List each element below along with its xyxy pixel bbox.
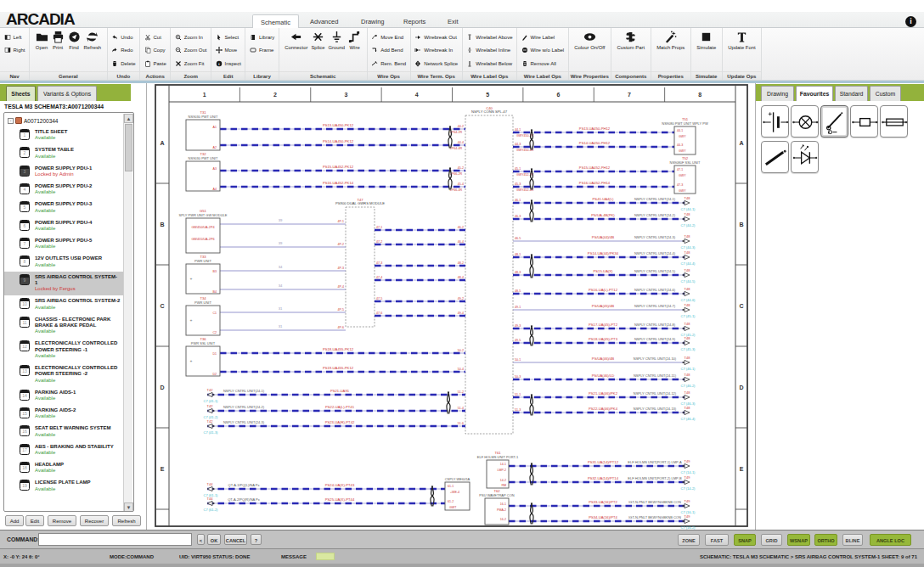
ribbon-button-match-props[interactable]: Match Props: [655, 30, 686, 51]
toggle-ortho[interactable]: ORTHO: [814, 534, 837, 546]
tab-custom[interactable]: Custom: [870, 86, 901, 101]
toggle-bline[interactable]: BLINE: [842, 534, 863, 546]
ribbon-button-refresh[interactable]: Refresh: [82, 30, 104, 51]
symbol-button-battery-symbol[interactable]: [761, 105, 789, 138]
offsheet-arrow-right[interactable]: [685, 200, 690, 205]
sheet-item-12v-outlets-usb-power[interactable]: 812V OUTLETS USB POWERAvailable: [4, 253, 123, 271]
offsheet-arrow-right[interactable]: [685, 291, 690, 295]
sheet-item-srs-airbag-control-system-1[interactable]: 9SRS AIRBAG CONTROL SYSTEM-1Locked by Fe…: [4, 272, 123, 296]
ribbon-button-wirelabel-below[interactable]: Wirelabel Below: [466, 57, 512, 70]
menu-tab-exit[interactable]: Exit: [440, 14, 466, 28]
ribbon-button-wirebreak-in[interactable]: Wirebreak In: [414, 44, 453, 58]
ribbon-button-delete[interactable]: Delete: [111, 57, 135, 70]
offsheet-arrow-right[interactable]: [685, 216, 690, 221]
ribbon-button-rem-bend[interactable]: Rem. Bend: [371, 57, 406, 70]
component-box[interactable]: [186, 218, 220, 253]
menu-tab-reports[interactable]: Reports: [396, 14, 433, 28]
offsheet-arrow-right[interactable]: [685, 340, 690, 345]
sheet-item-headlamp[interactable]: 18HEADLAMPAvailable: [4, 459, 123, 477]
ribbon-button-wire-label[interactable]: Wire Label: [521, 31, 555, 44]
toggle-grid[interactable]: GRID: [761, 534, 782, 546]
ribbon-button-update-font[interactable]: Update Font: [726, 30, 757, 51]
ribbon-button-add-bend[interactable]: Add Bend: [371, 44, 403, 58]
ribbon-button-paste[interactable]: Paste: [144, 57, 166, 70]
offsheet-arrow-left[interactable]: [207, 424, 212, 428]
ribbon-button-left[interactable]: Left: [4, 31, 22, 44]
symbol-button-lamp-symbol[interactable]: [791, 105, 819, 138]
ribbon-button-inspect[interactable]: iInspect: [216, 57, 241, 70]
command-cancel-button[interactable]: CANCEL: [224, 534, 247, 545]
ribbon-button-network-splice[interactable]: Network Splice: [414, 57, 458, 70]
tab-sheets[interactable]: Sheets: [6, 86, 36, 101]
offsheet-arrow-right[interactable]: [685, 360, 690, 364]
symbol-button-resistor-symbol[interactable]: [850, 105, 878, 138]
ribbon-button-wire-w-o-label[interactable]: Wire w/o Label: [521, 44, 565, 58]
ribbon-button-undo[interactable]: Undo: [111, 31, 132, 44]
ribbon-button-zoom-in[interactable]: Zoom In: [175, 31, 203, 44]
dashed-group-box[interactable]: [346, 207, 375, 327]
dashed-group-box[interactable]: [465, 115, 513, 434]
ribbon-button-colour-on-off[interactable]: Colour On/Off: [572, 30, 606, 51]
tree-root[interactable]: - A0071200344: [8, 116, 59, 125]
tree-expander-icon[interactable]: -: [8, 118, 14, 124]
recover-button[interactable]: Recover: [80, 515, 109, 526]
sheet-item-electronically-controlled-power-steering-2[interactable]: 13ELECTRONICALLY CONTROLLED POWER STEERI…: [4, 362, 123, 387]
menu-tab-drawing[interactable]: Drawing: [353, 14, 392, 28]
toggle-angle-loc[interactable]: ANGLE LOC: [870, 534, 911, 546]
offsheet-arrow-right[interactable]: [685, 255, 690, 259]
offsheet-arrow-right[interactable]: [685, 239, 690, 243]
ribbon-button-find[interactable]: Find: [66, 30, 82, 51]
sheet-item-power-supply-pdu-2[interactable]: 4POWER SUPPLY PDU-2Available: [4, 181, 123, 199]
offsheet-arrow-right[interactable]: [685, 272, 690, 277]
sheet-item-parking-aids-1[interactable]: 14PARKING AIDS-1Available: [4, 387, 123, 405]
offsheet-arrow-right[interactable]: [685, 377, 690, 381]
command-ok-button[interactable]: OK: [207, 534, 221, 545]
sheet-item-power-supply-pdu-1[interactable]: 3POWER SUPPLY PDU-1Locked by Admin: [4, 163, 123, 181]
ribbon-button-simulate[interactable]: Simulate: [695, 30, 718, 51]
refresh-button[interactable]: Refresh: [112, 515, 141, 526]
offsheet-arrow-left[interactable]: [207, 392, 212, 396]
ribbon-button-copy[interactable]: Copy: [144, 44, 166, 58]
ribbon-button-ground[interactable]: Ground: [326, 30, 346, 51]
tree-scrollbar[interactable]: ▲ ▼: [123, 114, 132, 512]
ribbon-button-print[interactable]: Print: [50, 30, 66, 51]
offsheet-arrow-right[interactable]: [685, 463, 690, 468]
ribbon-button-move[interactable]: Move: [216, 44, 238, 58]
toggle-fast[interactable]: FAST: [705, 534, 729, 546]
ribbon-button-open[interactable]: Open: [34, 30, 50, 51]
tab-favourites[interactable]: Favourites: [796, 86, 833, 101]
add-button[interactable]: Add: [5, 515, 24, 526]
offsheet-arrow-right[interactable]: [685, 326, 690, 330]
ribbon-button-splice[interactable]: Splice: [309, 30, 326, 51]
ribbon-button-connector[interactable]: Connector: [283, 30, 309, 51]
ribbon-button-frame[interactable]: Frame: [250, 44, 273, 58]
tab-variants-options[interactable]: Variants & Options: [37, 86, 97, 101]
menu-tab-advanced[interactable]: Advanced: [302, 14, 346, 28]
sheet-item-abs-braking-and-stability[interactable]: 17ABS - BRAKING AND STABILITYAvailable: [4, 441, 123, 459]
sheet-item-parking-aids-2[interactable]: 15PARKING AIDS-2Available: [4, 405, 123, 423]
component-box[interactable]: [186, 161, 220, 191]
symbol-button-switch-symbol[interactable]: [820, 105, 848, 138]
command-back-button[interactable]: <: [197, 534, 205, 545]
sheet-item-license-plate-lamp[interactable]: 19LICENSE PLATE LAMPAvailable: [4, 477, 123, 495]
offsheet-arrow-right[interactable]: [685, 519, 690, 523]
sheet-item-power-supply-pdu-5[interactable]: 7POWER SUPPLY PDU-5Available: [4, 235, 123, 253]
symbol-button-fuse-symbol[interactable]: [880, 105, 908, 138]
sheet-item-seat-belt-warning-system[interactable]: 16SEAT BELT WARNING SYSTEMAvailable: [4, 423, 123, 441]
offsheet-arrow-left[interactable]: [207, 501, 212, 505]
offsheet-arrow-right[interactable]: [685, 480, 690, 484]
ribbon-button-wirebreak-out[interactable]: Wirebreak Out: [414, 31, 457, 44]
sheet-item-power-supply-pdu-3[interactable]: 5POWER SUPPLY PDU-3Available: [4, 199, 123, 216]
ribbon-button-right[interactable]: Right: [4, 44, 25, 58]
offsheet-arrow-left[interactable]: [207, 408, 212, 413]
ribbon-button-move-end[interactable]: Move End: [371, 31, 403, 44]
ribbon-button-zoom-fit[interactable]: Zoom Fit: [175, 57, 205, 70]
ribbon-button-redo[interactable]: Redo: [111, 44, 132, 58]
schematic-canvas[interactable]: 12345678AABBCCDDEET47PS900 DUAL GWRS MOD…: [147, 83, 755, 530]
symbol-button-led-symbol[interactable]: [791, 141, 819, 173]
edit-button[interactable]: Edit: [25, 515, 44, 526]
offsheet-arrow-left[interactable]: [207, 486, 212, 491]
menu-tab-schematic[interactable]: Schematic: [252, 14, 299, 28]
command-input[interactable]: [38, 533, 192, 546]
ribbon-button-zoom-out[interactable]: Zoom Out: [175, 44, 207, 58]
